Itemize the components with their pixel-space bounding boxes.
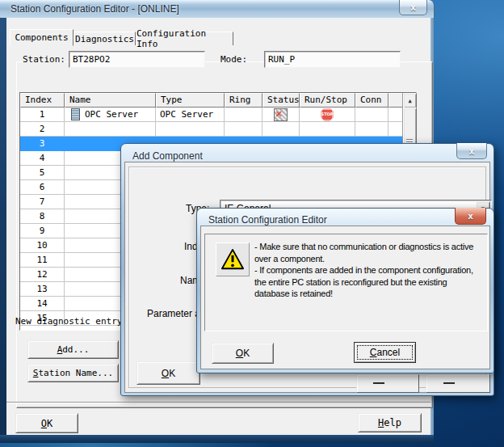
add-component-title: Add Component [132,150,203,162]
cell-runstop [300,122,355,137]
cell-conn [355,108,388,122]
partially-hidden-button[interactable] [356,374,419,393]
cell-ring [225,108,262,122]
message-box: Station Configuration Editor x - Make su… [196,208,494,373]
close-icon: x [468,211,472,221]
broken-link-icon: ✕ [274,108,288,121]
table-row[interactable]: 2 [20,122,416,137]
main-ok-label: OK [16,418,78,429]
mode-value: RUN_P [268,54,295,65]
message-line: - Make sure that no communication or dia… [254,241,473,253]
message-line: database is retained! [254,288,473,300]
cell-index: 4 [20,151,65,166]
add-component-ok-label: OK [137,368,200,379]
add-component-ok-button[interactable]: OK [136,361,200,385]
message-box-ok-button[interactable]: OK [212,343,274,364]
help-button[interactable]: Help [358,413,422,432]
tab-label: Configuration Info [136,28,233,49]
add-button-label: Add... [28,344,118,355]
cell-type [156,122,225,137]
diagnostic-status-text: New diagnostic entry [15,316,122,327]
cell-index: 7 [20,195,65,209]
station-name-button-label: Station Name... [28,368,118,378]
column-header-conn[interactable]: Conn [355,93,388,108]
table-row[interactable]: 1OPC ServerOPC Server✕STOP [20,108,416,122]
station-label: Station: [23,54,65,65]
cell-index: 8 [20,209,65,224]
cell-status [262,122,300,137]
scrollbar-up-arrow-icon[interactable]: ▲ [403,93,417,108]
station-field[interactable]: BT28PO2 [69,51,205,68]
table-header: Index Name Type Ring Status Run/Stop Con… [20,93,416,108]
separator-line [6,402,430,403]
cell-name [65,122,156,137]
cell-index: 14 [20,297,65,311]
close-icon: x [410,2,415,12]
close-icon: x [469,146,474,156]
add-component-close-button[interactable]: x [456,143,487,159]
station-value: BT28PO2 [73,54,110,65]
cell-index: 13 [20,282,65,297]
tab-label: Components [15,32,68,43]
tab-diagnostics[interactable]: Diagnostics [74,32,136,45]
column-header-runstop[interactable]: Run/Stop [300,93,355,108]
tab-label: Diagnostics [75,34,134,44]
desktop: Station Configuration Editor - [ONLINE] … [0,0,504,447]
cell-index: 2 [20,122,65,137]
column-header-type[interactable]: Type [156,93,225,108]
cell-conn [355,122,388,137]
column-header-status[interactable]: Status [262,93,300,108]
message-content-box: - Make sure that no communication or dia… [204,234,488,331]
server-icon [71,108,80,120]
cell-index: 10 [20,238,65,253]
message-box-close-button[interactable]: x [455,208,486,225]
partially-hidden-button[interactable] [426,374,490,393]
message-box-client: - Make sure that no communication or dia… [200,226,490,369]
cell-name: OPC Server [65,108,156,122]
main-titlebar[interactable]: Station Configuration Editor - [ONLINE] [0,0,435,18]
window-border-left [0,18,6,435]
message-line: - If components are added in the compone… [254,264,473,276]
add-button[interactable]: Add... [27,340,119,359]
message-box-cancel-label: Cancel [355,347,415,358]
message-line: over a component. [254,253,473,265]
station-name-button[interactable]: Station Name... [27,364,119,382]
cell-index: 11 [20,253,65,268]
message-line: the entire PC station is reconfigured bu… [254,276,473,289]
tab-configuration-info[interactable]: Configuration Info [136,32,233,45]
message-box-cancel-button[interactable]: Cancel [354,342,416,363]
column-header-name[interactable]: Name [65,93,156,108]
cell-type: OPC Server [156,108,225,122]
warning-tile [216,242,250,276]
cell-runstop: STOP [300,108,355,122]
message-box-title: Station Configuration Editor [208,214,327,226]
message-text: - Make sure that no communication or dia… [254,241,473,300]
main-window-title: Station Configuration Editor - [ONLINE] [10,3,179,15]
help-label: Help [359,417,421,428]
window-border-bottom [0,435,434,443]
column-header-index[interactable]: Index [20,93,65,108]
cell-status: ✕ [262,108,300,122]
main-close-button[interactable]: x [399,0,427,15]
cell-index: 9 [20,224,65,238]
cell-index: 1 [20,108,65,122]
cell-index: 5 [20,166,65,180]
cell-index: 3 [20,137,65,151]
cell-index: 6 [20,180,65,195]
main-ok-button[interactable]: OK [15,413,78,433]
mode-label: Mode: [220,54,247,65]
stop-icon: STOP [321,108,334,121]
message-box-ok-label: OK [212,348,273,359]
warning-icon [220,248,245,271]
cell-ring [225,122,262,137]
mode-field[interactable]: RUN_P [264,51,401,68]
cell-index: 12 [20,268,65,282]
column-header-ring[interactable]: Ring [225,93,262,108]
tab-components[interactable]: Components [10,29,74,46]
